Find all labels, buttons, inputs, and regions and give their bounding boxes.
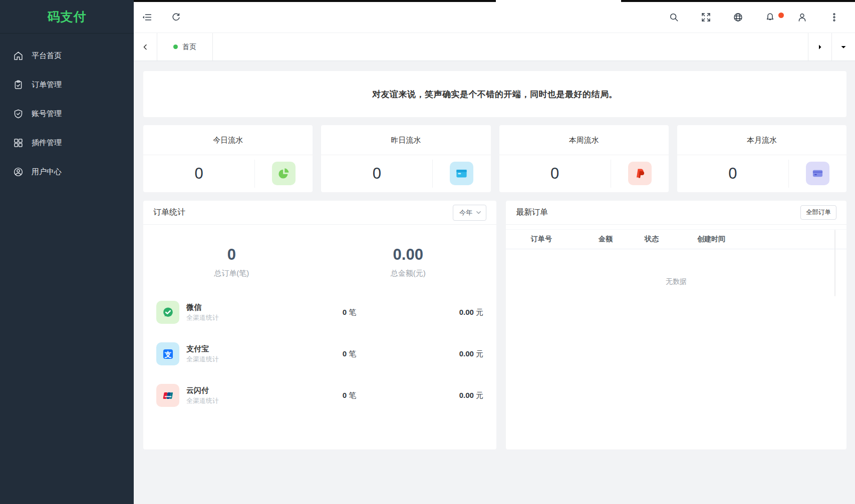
- stat-cards-row: 今日流水 0 昨日流水 0: [143, 125, 846, 192]
- stat-title: 昨日流水: [321, 125, 490, 155]
- sidebar-item-label: 账号管理: [32, 109, 62, 119]
- channel-amount: 0.00: [459, 349, 474, 358]
- sidebar-item-label: 插件管理: [32, 138, 62, 148]
- channel-row-wechat: 微信 全渠道统计 0 笔 0.00 元: [156, 300, 483, 324]
- tabs-menu-chevron-down-icon[interactable]: [831, 33, 855, 61]
- sidebar: 码支付 平台首页 订单管理 账号管理: [0, 0, 134, 504]
- column-amount: 金额: [599, 235, 645, 244]
- sidebar-menu: 平台首页 订单管理 账号管理 插件管理: [0, 34, 134, 185]
- credit-card-icon: [806, 162, 829, 185]
- sidebar-item-accounts[interactable]: 账号管理: [0, 101, 134, 127]
- tabs-scroll-right-icon[interactable]: [808, 33, 831, 61]
- notifications-bell-icon[interactable]: [764, 12, 776, 24]
- language-globe-icon[interactable]: [732, 12, 744, 24]
- total-orders-value: 0: [143, 246, 320, 264]
- total-orders-block: 0 总订单(笔): [143, 246, 320, 278]
- channel-row-unionpay: 云闪付 全渠道统计 0 笔 0.00 元: [156, 383, 483, 407]
- search-icon[interactable]: [668, 12, 680, 24]
- sidebar-item-orders[interactable]: 订单管理: [0, 72, 134, 98]
- table-scrollbar[interactable]: [834, 230, 835, 296]
- pie-chart-icon: [272, 162, 296, 185]
- active-tab-dot: [173, 45, 178, 49]
- tabbar-spacer: [213, 33, 808, 61]
- date-range-value: 今年: [459, 208, 472, 217]
- total-amount-value: 0.00: [320, 246, 497, 264]
- wallet-icon: [450, 162, 473, 185]
- more-options-kebab-icon[interactable]: [828, 12, 840, 24]
- channel-row-alipay: 支 支付宝 全渠道统计 0 笔 0.00 元: [156, 342, 483, 366]
- notification-dot: [778, 13, 784, 18]
- tab-label: 首页: [182, 43, 196, 52]
- channel-list: 微信 全渠道统计 0 笔 0.00 元 支 支付宝: [143, 300, 496, 407]
- stat-value: 0: [499, 160, 611, 188]
- main-area: 首页 对友谊来说，笑声确实是个不错的开端，同时也是最好的结局。 今日流水 0: [134, 0, 855, 504]
- sidebar-item-plugins[interactable]: 插件管理: [0, 130, 134, 156]
- user-circle-icon: [13, 167, 24, 177]
- orders-empty-state: 无数据: [506, 277, 846, 286]
- stat-card-week: 本周流水 0: [499, 125, 669, 192]
- tabs-scroll-left-icon[interactable]: [134, 33, 157, 61]
- window-top-strip: [134, 0, 855, 2]
- quote-text: 对友谊来说，笑声确实是个不错的开端，同时也是最好的结局。: [372, 89, 618, 100]
- quote-banner: 对友谊来说，笑声确实是个不错的开端，同时也是最好的结局。: [143, 71, 846, 117]
- latest-orders-title: 最新订单: [516, 207, 548, 218]
- clipboard-icon: [13, 80, 24, 90]
- stat-card-today: 今日流水 0: [143, 125, 313, 192]
- panels-row: 订单统计 今年 0 总订单(笔) 0.00 总金额(元: [143, 201, 846, 449]
- channel-count: 0: [343, 308, 347, 316]
- collapse-sidebar-icon[interactable]: [141, 12, 153, 24]
- page-content: 对友谊来说，笑声确实是个不错的开端，同时也是最好的结局。 今日流水 0: [134, 61, 855, 504]
- sidebar-item-label: 用户中心: [32, 167, 62, 177]
- column-created-at: 创建时间: [697, 235, 777, 244]
- sidebar-item-label: 订单管理: [32, 80, 62, 90]
- channel-amount-unit: 元: [476, 308, 483, 316]
- column-order-no: 订单号: [531, 235, 599, 244]
- wechat-pay-icon: [156, 301, 179, 324]
- stat-card-month: 本月流水 0: [677, 125, 846, 192]
- alipay-icon: 支: [156, 342, 179, 365]
- date-range-select[interactable]: 今年: [453, 205, 486, 221]
- stat-card-yesterday: 昨日流水 0: [321, 125, 490, 192]
- channel-count-unit: 笔: [349, 349, 356, 358]
- stat-value: 0: [143, 160, 255, 188]
- orders-table-header: 订单号 金额 状态 创建时间: [506, 229, 846, 249]
- header-left: [141, 12, 182, 24]
- channel-count-unit: 笔: [349, 308, 356, 316]
- total-amount-label: 总金额(元): [320, 269, 497, 278]
- app-root: 码支付 平台首页 订单管理 账号管理: [0, 0, 855, 504]
- top-header: [134, 2, 855, 33]
- stat-value: 0: [677, 160, 789, 188]
- app-logo: 码支付: [0, 0, 134, 34]
- unionpay-icon: [156, 384, 179, 407]
- channel-name: 云闪付: [186, 385, 291, 395]
- channel-amount-unit: 元: [476, 349, 483, 358]
- stat-value: 0: [321, 160, 433, 188]
- view-all-orders-button[interactable]: 全部订单: [800, 205, 836, 220]
- sidebar-item-home[interactable]: 平台首页: [0, 43, 134, 69]
- channel-name: 支付宝: [186, 344, 291, 354]
- channel-amount-unit: 元: [476, 391, 483, 399]
- sidebar-item-user-center[interactable]: 用户中心: [0, 159, 134, 185]
- channel-subtitle: 全渠道统计: [186, 396, 291, 405]
- stat-title: 本周流水: [499, 125, 669, 155]
- order-stats-title: 订单统计: [153, 207, 185, 218]
- channel-count: 0: [343, 349, 347, 358]
- user-profile-icon[interactable]: [796, 12, 808, 24]
- tab-home[interactable]: 首页: [157, 33, 213, 61]
- order-stats-panel: 订单统计 今年 0 总订单(笔) 0.00 总金额(元: [143, 201, 496, 449]
- header-right: [668, 12, 840, 24]
- channel-subtitle: 全渠道统计: [186, 313, 291, 322]
- total-amount-block: 0.00 总金额(元): [320, 246, 497, 278]
- sidebar-item-label: 平台首页: [32, 51, 62, 61]
- channel-amount: 0.00: [459, 308, 474, 316]
- window-top-strip-gap: [496, 0, 621, 2]
- channel-amount: 0.00: [459, 391, 474, 399]
- chevron-down-icon: [476, 210, 481, 215]
- column-status: 状态: [645, 235, 697, 244]
- refresh-icon[interactable]: [170, 12, 182, 24]
- fullscreen-icon[interactable]: [700, 12, 712, 24]
- channel-subtitle: 全渠道统计: [186, 355, 291, 364]
- total-orders-label: 总订单(笔): [143, 269, 320, 278]
- channel-count-unit: 笔: [349, 391, 356, 399]
- order-totals: 0 总订单(笔) 0.00 总金额(元): [143, 246, 496, 278]
